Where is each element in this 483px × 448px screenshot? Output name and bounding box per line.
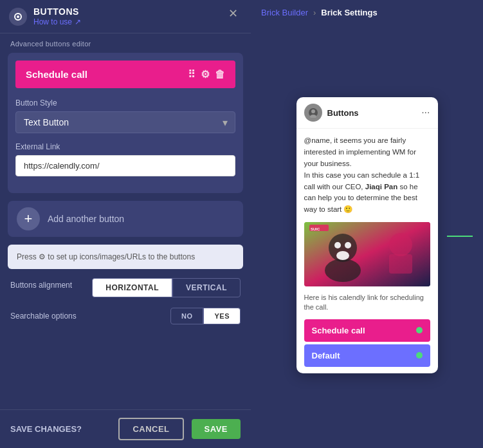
breadcrumb-builder[interactable]: Brick Builder (261, 8, 308, 17)
searchable-no-btn[interactable]: NO (170, 308, 204, 324)
svg-point-7 (325, 259, 361, 282)
align-vertical-btn[interactable]: VERTICAL (172, 278, 241, 297)
svg-point-3 (311, 109, 315, 113)
alignment-label: Buttons alignment (10, 281, 72, 290)
svg-point-11 (389, 233, 412, 256)
svg-rect-5 (304, 222, 430, 286)
preview-card: Buttons ··· @name, it seems you are fair… (296, 97, 438, 373)
schedule-call-label: Schedule call (26, 69, 87, 80)
panel-icon (9, 8, 27, 26)
card-menu-icon[interactable]: ··· (421, 107, 430, 118)
add-button-label: Add another button (48, 214, 124, 224)
card-title: Buttons (327, 108, 422, 118)
card-schedule-btn[interactable]: Schedule call (304, 319, 430, 342)
delete-icon[interactable]: 🗑 (215, 69, 225, 80)
button-style-select-wrapper: Text Button Filled Button Outlined Butto… (15, 111, 235, 133)
button-style-label: Button Style (15, 98, 235, 107)
svg-text:SUIC: SUIC (311, 227, 320, 231)
close-button[interactable]: ✕ (224, 6, 242, 21)
bottom-bar: SAVE CHANGES? CANCEL SAVE (0, 409, 251, 448)
cancel-button[interactable]: CANCEL (118, 418, 183, 440)
panel-subtitle[interactable]: How to use ↗ (33, 17, 224, 26)
alignment-section: Buttons alignment HORIZONTAL VERTICAL (8, 278, 243, 297)
panel-header-text: BUTTONS How to use ↗ (33, 6, 224, 26)
schedule-call-button[interactable]: Schedule call ⠿ ⚙ 🗑 (15, 61, 235, 88)
searchable-yes-btn[interactable]: YES (203, 308, 241, 324)
card-default-dot (416, 352, 423, 359)
info-box: Press ⚙ to set up icons/images/URLs to t… (8, 245, 243, 269)
card-body: @name, it seems you are fairly intereste… (296, 129, 438, 373)
svg-point-9 (334, 242, 341, 248)
right-connector-line (447, 236, 473, 237)
schedule-button-icons: ⠿ ⚙ 🗑 (188, 68, 225, 80)
card-schedule-label: Schedule call (312, 326, 365, 335)
settings-icon[interactable]: ⚙ (201, 68, 210, 80)
button-editor-card: Schedule call ⠿ ⚙ 🗑 Button Style Text Bu… (8, 53, 243, 193)
card-caption: Here is his calendly link for scheduling… (304, 293, 430, 313)
external-link-icon: ↗ (75, 17, 81, 26)
breadcrumb-current: Brick Settings (321, 8, 377, 17)
card-default-btn[interactable]: Default (304, 344, 430, 367)
right-panel: Brick Builder › Brick Settings Buttons ·… (251, 0, 483, 448)
searchable-section: Searchable options NO YES (8, 308, 243, 324)
add-button-row[interactable]: + Add another button (8, 201, 243, 237)
searchable-label: Searchable options (10, 312, 77, 321)
card-body-text: @name, it seems you are fairly intereste… (304, 135, 430, 216)
button-style-select[interactable]: Text Button Filled Button Outlined Butto… (15, 111, 235, 133)
align-horizontal-btn[interactable]: HORIZONTAL (92, 278, 172, 297)
svg-point-8 (336, 251, 349, 260)
editor-area: Schedule call ⠿ ⚙ 🗑 Button Style Text Bu… (0, 53, 251, 409)
breadcrumb-separator: › (313, 8, 316, 17)
card-header: Buttons ··· (296, 97, 438, 129)
alignment-buttons: HORIZONTAL VERTICAL (92, 278, 241, 297)
save-button[interactable]: SAVE (192, 419, 241, 439)
svg-rect-12 (389, 254, 412, 274)
card-default-label: Default (312, 351, 340, 360)
external-link-field: External Link (15, 142, 235, 176)
card-image: SUIC (304, 222, 430, 286)
svg-point-1 (17, 15, 19, 18)
searchable-toggle-group: NO YES (170, 308, 241, 324)
external-link-label: External Link (15, 142, 235, 151)
panel-title: BUTTONS (33, 6, 224, 17)
svg-point-10 (345, 242, 351, 248)
panel-header: BUTTONS How to use ↗ ✕ (0, 0, 251, 33)
drag-icon[interactable]: ⠿ (188, 68, 196, 80)
card-avatar (304, 104, 322, 122)
left-panel: BUTTONS How to use ↗ ✕ Advanced buttons … (0, 0, 251, 448)
section-label: Advanced buttons editor (0, 33, 251, 53)
add-circle-icon: + (17, 207, 40, 230)
external-link-input[interactable] (15, 155, 235, 176)
button-style-field: Button Style Text Button Filled Button O… (15, 98, 235, 133)
breadcrumb-bar: Brick Builder › Brick Settings (261, 8, 473, 17)
save-changes-label: SAVE CHANGES? (10, 424, 111, 434)
card-schedule-dot (416, 327, 423, 333)
preview-wrapper: Buttons ··· @name, it seems you are fair… (261, 28, 473, 443)
